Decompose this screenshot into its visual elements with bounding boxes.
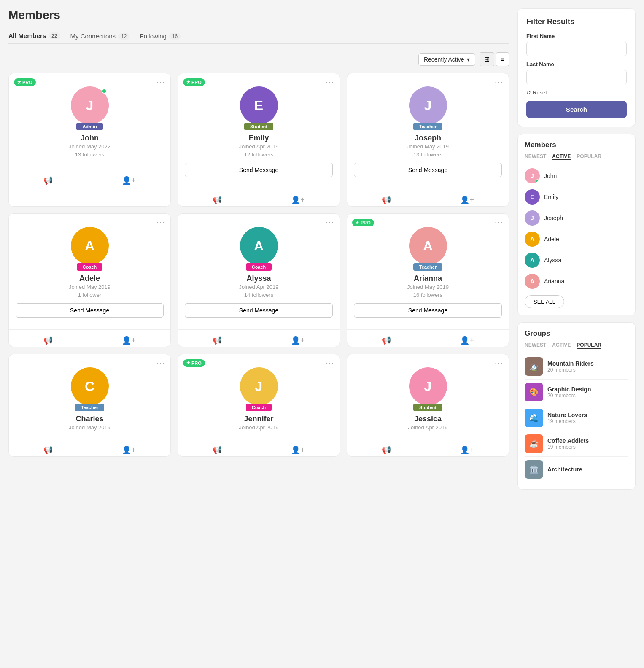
sidebar-group-tab-active[interactable]: ACTIVE	[552, 342, 571, 349]
add-friend-icon[interactable]: 👤+	[117, 334, 141, 347]
send-message-button[interactable]: Send Message	[16, 303, 164, 318]
group-info: Architecture	[547, 466, 582, 473]
online-indicator	[102, 89, 107, 94]
megaphone-icon[interactable]: 📢	[377, 194, 396, 206]
mini-avatar: J	[525, 210, 540, 226]
tab-following[interactable]: Following 16	[140, 29, 181, 43]
megaphone-icon[interactable]: 📢	[377, 444, 396, 456]
add-friend-icon[interactable]: 👤+	[286, 334, 310, 347]
avatar-wrap: C	[71, 367, 109, 405]
last-name-input[interactable]	[526, 70, 627, 84]
group-image: 🌊	[525, 409, 543, 427]
card-actions: 📢 👤+	[9, 170, 170, 187]
sidebar-member-item[interactable]: A Adele	[525, 229, 628, 250]
role-badge: Admin	[76, 123, 102, 130]
card-top-bar: ★ PRO ···	[178, 73, 340, 86]
more-options-icon[interactable]: ···	[326, 78, 334, 86]
sidebar-group-tab-newest[interactable]: NEWEST	[525, 342, 546, 349]
pro-badge: ★ PRO	[183, 359, 205, 367]
avatar-wrap: A	[409, 227, 447, 265]
add-friend-icon[interactable]: 👤+	[117, 174, 141, 187]
megaphone-icon[interactable]: 📢	[38, 334, 58, 347]
sidebar-members-title: Members	[525, 141, 628, 149]
more-options-icon[interactable]: ···	[156, 78, 165, 86]
card-top-bar: ★ PRO ···	[347, 214, 509, 227]
add-friend-icon[interactable]: 👤+	[455, 194, 479, 206]
megaphone-icon[interactable]: 📢	[207, 334, 227, 347]
member-joined: Joined Apr 2019	[239, 143, 279, 150]
mini-avatar: A	[525, 253, 540, 268]
sidebar-member-item[interactable]: J John	[525, 165, 628, 186]
sidebar-member-tab-popular[interactable]: POPULAR	[577, 154, 601, 160]
megaphone-icon[interactable]: 📢	[207, 444, 227, 456]
sidebar-member-item[interactable]: A Arianna	[525, 271, 628, 292]
send-message-button[interactable]: Send Message	[354, 303, 502, 318]
sidebar-groups-section: Groups NEWESTACTIVEPOPULAR 🏔️ Mountain R…	[517, 322, 636, 490]
sidebar-member-item[interactable]: E Emily	[525, 186, 628, 207]
avatar: A	[240, 227, 278, 265]
more-options-icon[interactable]: ···	[326, 218, 334, 227]
sidebar-member-name: Adele	[544, 236, 559, 242]
sidebar-member-item[interactable]: A Alyssa	[525, 250, 628, 271]
sidebar-member-name: Joseph	[544, 215, 563, 221]
add-friend-icon[interactable]: 👤+	[455, 444, 479, 456]
sidebar-group-item[interactable]: 🏔️ Mountain Riders 20 members	[525, 354, 628, 380]
reset-link[interactable]: ↺ Reset	[526, 89, 627, 96]
tab-my-connections[interactable]: My Connections 12	[70, 29, 130, 43]
list-view-button[interactable]: ≡	[496, 52, 509, 66]
toolbar: Recently Active ▾ ⊞ ≡	[8, 52, 509, 66]
send-message-button[interactable]: Send Message	[185, 303, 333, 318]
role-badge: Student	[413, 404, 442, 411]
card-actions: 📢 👤+	[178, 189, 340, 206]
sidebar-group-item[interactable]: ☕ Coffee Addicts 19 members	[525, 431, 628, 457]
sidebar-group-item[interactable]: 🎨 Graphic Design 20 members	[525, 380, 628, 405]
more-options-icon[interactable]: ···	[495, 358, 504, 367]
sidebar-member-tab-newest[interactable]: NEWEST	[525, 154, 546, 160]
mini-avatar: J	[525, 168, 540, 183]
filter-title: Filter Results	[526, 17, 627, 26]
megaphone-icon[interactable]: 📢	[38, 444, 58, 456]
member-joined: Joined May 2019	[407, 284, 449, 290]
add-friend-icon[interactable]: 👤+	[117, 444, 141, 456]
add-friend-icon[interactable]: 👤+	[286, 444, 310, 456]
avatar-wrap: A	[240, 227, 278, 265]
add-friend-icon[interactable]: 👤+	[286, 194, 310, 206]
megaphone-icon[interactable]: 📢	[207, 194, 227, 206]
member-name: Emily	[248, 134, 269, 143]
card-top-bar: ★ PRO ···	[178, 354, 340, 367]
member-card-joseph: ··· J Teacher Joseph Joined May 2019 13 …	[347, 73, 509, 207]
more-options-icon[interactable]: ···	[156, 218, 165, 227]
member-followers: 13 followers	[413, 151, 442, 158]
more-options-icon[interactable]: ···	[156, 358, 165, 367]
sidebar-member-tab-active[interactable]: ACTIVE	[552, 154, 571, 160]
avatar: E	[240, 86, 278, 124]
group-info: Graphic Design 20 members	[547, 386, 591, 399]
pro-badge: ★ PRO	[352, 219, 374, 226]
send-message-button[interactable]: Send Message	[185, 163, 333, 177]
send-message-button[interactable]: Send Message	[354, 163, 502, 177]
sidebar-group-tab-popular[interactable]: POPULAR	[577, 342, 601, 349]
see-all-members-button[interactable]: SEE ALL	[525, 295, 564, 308]
tab-all-members[interactable]: All Members 22	[8, 29, 60, 43]
megaphone-icon[interactable]: 📢	[377, 334, 396, 347]
search-button[interactable]: Search	[526, 101, 627, 118]
grid-view-button[interactable]: ⊞	[480, 52, 494, 66]
card-actions: 📢 👤+	[9, 329, 170, 347]
avatar-wrap: J	[409, 86, 447, 124]
card-body: A Coach Adele Joined May 2019 1 follower…	[9, 227, 170, 329]
sidebar-member-name: Emily	[544, 194, 558, 200]
member-followers: 14 followers	[244, 292, 273, 298]
sidebar-member-item[interactable]: J Joseph	[525, 207, 628, 229]
last-name-label: Last Name	[526, 61, 627, 67]
more-options-icon[interactable]: ···	[495, 78, 504, 86]
first-name-input[interactable]	[526, 42, 627, 56]
add-friend-icon[interactable]: 👤+	[455, 334, 479, 347]
sort-dropdown[interactable]: Recently Active ▾	[418, 53, 475, 66]
more-options-icon[interactable]: ···	[326, 358, 334, 367]
sidebar-member-name: Alyssa	[544, 257, 561, 264]
member-joined: Joined May 2019	[407, 143, 449, 150]
megaphone-icon[interactable]: 📢	[38, 174, 58, 187]
sidebar-group-item[interactable]: 🏛️ Architecture	[525, 457, 628, 482]
sidebar-group-item[interactable]: 🌊 Nature Lovers 19 members	[525, 405, 628, 431]
more-options-icon[interactable]: ···	[495, 218, 504, 227]
